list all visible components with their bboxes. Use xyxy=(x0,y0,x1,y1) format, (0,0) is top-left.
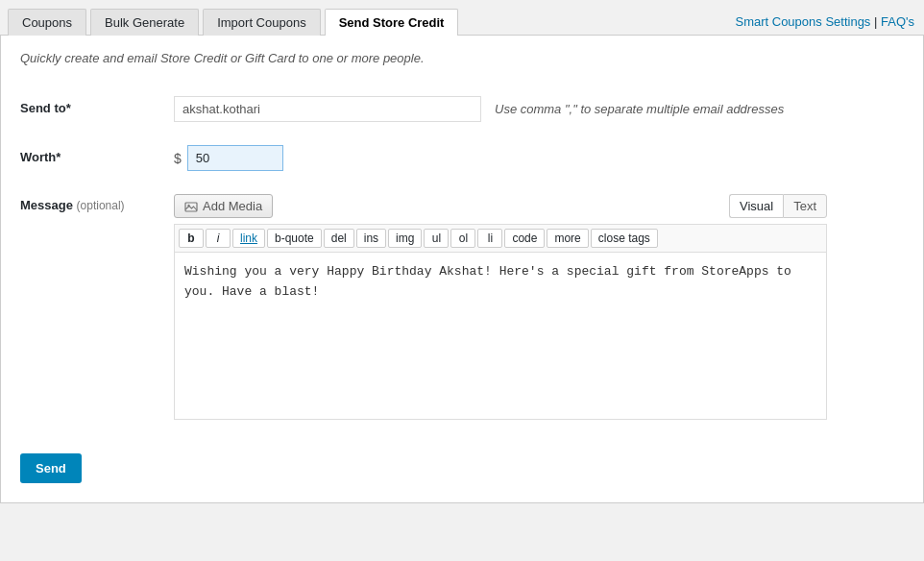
send-to-hint: Use comma "," to separate multiple email… xyxy=(495,102,784,116)
send-button[interactable]: Send xyxy=(20,453,82,483)
add-media-button[interactable]: Add Media xyxy=(174,194,273,218)
toolbar-ul[interactable]: ul xyxy=(424,229,449,248)
editor-toolbar: b i link b-quote del ins img ul ol li co… xyxy=(174,224,827,252)
tab-import-coupons[interactable]: Import Coupons xyxy=(203,9,321,36)
toolbar-del[interactable]: del xyxy=(324,229,354,248)
svg-rect-0 xyxy=(185,203,197,211)
toolbar-bquote[interactable]: b-quote xyxy=(267,229,322,248)
toolbar-code[interactable]: code xyxy=(504,229,545,248)
toolbar-italic[interactable]: i xyxy=(206,229,231,248)
toolbar-close-tags[interactable]: close tags xyxy=(591,229,658,248)
toolbar-more[interactable]: more xyxy=(547,229,588,248)
tab-bulk-generate[interactable]: Bulk Generate xyxy=(90,9,199,36)
smart-coupons-settings-link[interactable]: Smart Coupons Settings xyxy=(735,14,870,29)
content-area: Quickly create and email Store Credit or… xyxy=(0,36,924,503)
add-media-label: Add Media xyxy=(203,199,262,213)
message-label: Message (optional) xyxy=(20,194,174,212)
message-textarea[interactable]: Wishing you a very Happy Birthday Akshat… xyxy=(174,252,827,420)
tab-send-store-credit[interactable]: Send Store Credit xyxy=(325,9,459,36)
separator: | xyxy=(874,14,881,29)
worth-field: $ xyxy=(174,145,904,171)
message-row: Message (optional) Add Media xyxy=(20,183,904,434)
toolbar-ol[interactable]: ol xyxy=(450,229,475,248)
text-tab[interactable]: Text xyxy=(783,194,827,218)
send-to-label: Send to* xyxy=(20,96,174,115)
toolbar-link[interactable]: link xyxy=(232,229,265,248)
toolbar-img[interactable]: img xyxy=(388,229,422,248)
worth-row: Worth* $ xyxy=(20,134,904,183)
worth-wrapper: $ xyxy=(174,145,283,171)
send-to-input[interactable] xyxy=(174,96,481,122)
message-optional-label: (optional) xyxy=(77,199,125,212)
message-editor: Add Media Visual Text b i link b-quote d… xyxy=(174,194,827,423)
subtitle: Quickly create and email Store Credit or… xyxy=(20,51,904,65)
currency-symbol: $ xyxy=(174,151,182,166)
faq-link[interactable]: FAQ's xyxy=(881,14,914,29)
toolbar-ins[interactable]: ins xyxy=(356,229,386,248)
toolbar-bold[interactable]: b xyxy=(179,229,204,248)
header-links: Smart Coupons Settings | FAQ's xyxy=(735,14,924,35)
add-media-icon xyxy=(184,200,198,213)
send-to-row: Send to* Use comma "," to separate multi… xyxy=(20,85,904,134)
tab-bar: Coupons Bulk Generate Import Coupons Sen… xyxy=(0,0,924,36)
send-to-field: Use comma "," to separate multiple email… xyxy=(174,96,904,122)
tab-coupons[interactable]: Coupons xyxy=(8,9,86,36)
editor-top-bar: Add Media Visual Text xyxy=(174,194,827,218)
view-tabs: Visual Text xyxy=(729,194,827,218)
worth-input[interactable] xyxy=(187,145,283,171)
toolbar-li[interactable]: li xyxy=(477,229,502,248)
worth-label: Worth* xyxy=(20,145,174,164)
visual-tab[interactable]: Visual xyxy=(729,194,783,218)
